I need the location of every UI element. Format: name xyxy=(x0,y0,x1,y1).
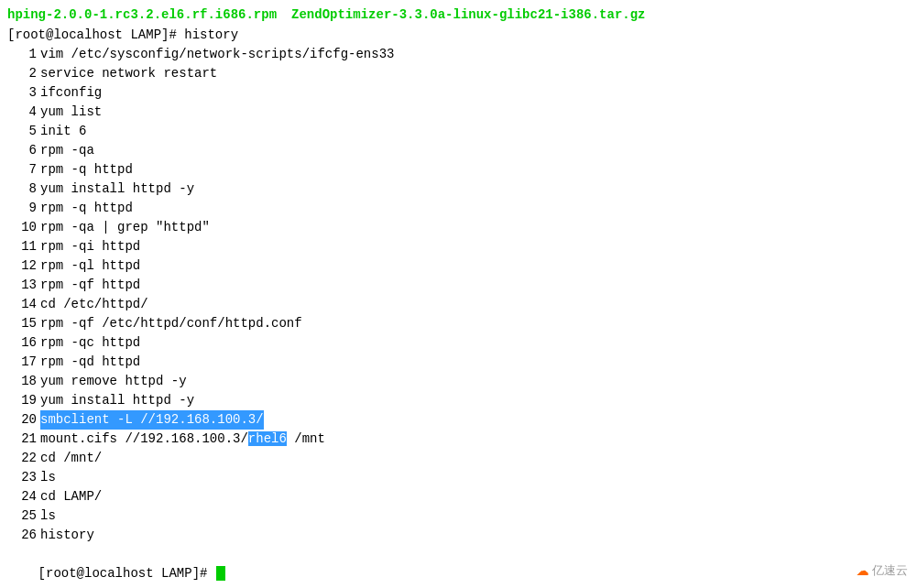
hist-num: 3 xyxy=(7,83,40,103)
hist-cmd: yum install httpd -y xyxy=(40,391,194,410)
hist-num: 7 xyxy=(7,160,40,180)
hist-num: 2 xyxy=(7,64,40,83)
table-row: 26history xyxy=(7,526,917,545)
hist-cmd: rpm -ql httpd xyxy=(40,256,140,276)
history-command-prompt: [root@localhost LAMP]# history xyxy=(7,26,917,45)
hist-num: 1 xyxy=(7,45,40,64)
hist-cmd: yum list xyxy=(40,103,102,122)
hist-cmd: rpm -qa | grep "httpd" xyxy=(40,218,210,237)
hist-num: 16 xyxy=(7,333,40,353)
history-block: 1vim /etc/sysconfig/network-scripts/ifcf… xyxy=(7,45,917,545)
table-row: 6rpm -qa xyxy=(7,141,917,160)
table-row: 22cd /mnt/ xyxy=(7,449,917,468)
hist-cmd: rpm -qd httpd xyxy=(40,353,140,372)
table-row: 7rpm -q httpd xyxy=(7,160,917,180)
table-row: 23ls xyxy=(7,468,917,487)
hist-num: 17 xyxy=(7,353,40,372)
hist-num: 8 xyxy=(7,180,40,199)
hist-num: 26 xyxy=(7,526,40,545)
hist-cmd: rpm -qf /etc/httpd/conf/httpd.conf xyxy=(40,314,302,333)
hist-cmd: vim /etc/sysconfig/network-scripts/ifcfg… xyxy=(40,45,394,64)
hist-num: 23 xyxy=(7,468,40,487)
table-row: 18yum remove httpd -y xyxy=(7,372,917,391)
table-row: 1vim /etc/sysconfig/network-scripts/ifcf… xyxy=(7,45,917,64)
hist-num: 20 xyxy=(7,410,40,430)
cursor xyxy=(216,566,225,581)
hist-num: 11 xyxy=(7,237,40,256)
hist-cmd: mount.cifs //192.168.100.3/rhel6 /mnt xyxy=(40,430,325,449)
hist-num: 21 xyxy=(7,430,40,449)
hist-cmd: rpm -qi httpd xyxy=(40,237,140,256)
table-row: 4yum list xyxy=(7,103,917,122)
bottom-prompt: [root@localhost LAMP]# xyxy=(7,545,917,588)
hist-num: 14 xyxy=(7,295,40,314)
hist-cmd: ls xyxy=(40,468,56,487)
hist-num: 19 xyxy=(7,391,40,410)
hist-cmd: ls xyxy=(40,506,56,526)
table-row: 14cd /etc/httpd/ xyxy=(7,295,917,314)
table-row: 19yum install httpd -y xyxy=(7,391,917,410)
table-row: 24cd LAMP/ xyxy=(7,487,917,506)
watermark-text: 亿速云 xyxy=(872,562,908,579)
hist-cmd: yum install httpd -y xyxy=(40,180,194,199)
top-link-2[interactable]: ZendOptimizer-3.3.0a-linux-glibc21-i386.… xyxy=(291,7,645,22)
table-row: 10rpm -qa | grep "httpd" xyxy=(7,218,917,237)
hist-cmd: rpm -qc httpd xyxy=(40,333,140,353)
table-row: 17rpm -qd httpd xyxy=(7,353,917,372)
table-row: 13rpm -qf httpd xyxy=(7,276,917,295)
hist-num: 25 xyxy=(7,506,40,526)
top-bar: hping-2.0.0-1.rc3.2.el6.rf.i686.rpm Zend… xyxy=(7,7,917,22)
hist-num: 12 xyxy=(7,256,40,276)
hist-cmd: init 6 xyxy=(40,122,86,141)
hist-cmd: rpm -qa xyxy=(40,141,94,160)
table-row: 9rpm -q httpd xyxy=(7,199,917,218)
hist-num: 13 xyxy=(7,276,40,295)
table-row: 11rpm -qi httpd xyxy=(7,237,917,256)
table-row: 21mount.cifs //192.168.100.3/rhel6 /mnt xyxy=(7,430,917,449)
hist-num: 18 xyxy=(7,372,40,391)
hist-num: 4 xyxy=(7,103,40,122)
hist-cmd-highlighted: rhel6 xyxy=(248,431,287,446)
hist-num: 6 xyxy=(7,141,40,160)
table-row: 5init 6 xyxy=(7,122,917,141)
hist-cmd: ifconfig xyxy=(40,83,102,103)
hist-cmd: cd /mnt/ xyxy=(40,449,102,468)
hist-cmd: cd LAMP/ xyxy=(40,487,102,506)
hist-cmd: smbclient -L //192.168.100.3/ xyxy=(40,410,264,430)
watermark-icon: ☁ xyxy=(857,564,868,578)
table-row: 20smbclient -L //192.168.100.3/ xyxy=(7,410,917,430)
hist-cmd: rpm -qf httpd xyxy=(40,276,140,295)
table-row: 8yum install httpd -y xyxy=(7,180,917,199)
hist-cmd: service network restart xyxy=(40,64,217,83)
top-link-1[interactable]: hping-2.0.0-1.rc3.2.el6.rf.i686.rpm xyxy=(7,7,277,22)
terminal-window: hping-2.0.0-1.rc3.2.el6.rf.i686.rpm Zend… xyxy=(0,0,917,588)
hist-num: 24 xyxy=(7,487,40,506)
hist-cmd: history xyxy=(40,526,94,545)
table-row: 25ls xyxy=(7,506,917,526)
hist-num: 5 xyxy=(7,122,40,141)
hist-num: 10 xyxy=(7,218,40,237)
hist-num: 22 xyxy=(7,449,40,468)
hist-cmd-before: mount.cifs //192.168.100.3/ xyxy=(40,431,248,446)
hist-num: 9 xyxy=(7,199,40,218)
hist-cmd: rpm -q httpd xyxy=(40,160,133,180)
watermark: ☁ 亿速云 xyxy=(857,562,908,579)
hist-cmd: cd /etc/httpd/ xyxy=(40,295,148,314)
table-row: 2service network restart xyxy=(7,64,917,83)
hist-cmd: rpm -q httpd xyxy=(40,199,133,218)
hist-cmd-after: /mnt xyxy=(287,431,325,446)
table-row: 16rpm -qc httpd xyxy=(7,333,917,353)
table-row: 15rpm -qf /etc/httpd/conf/httpd.conf xyxy=(7,314,917,333)
table-row: 12rpm -ql httpd xyxy=(7,256,917,276)
hist-cmd: yum remove httpd -y xyxy=(40,372,187,391)
hist-num: 15 xyxy=(7,314,40,333)
table-row: 3ifconfig xyxy=(7,83,917,103)
